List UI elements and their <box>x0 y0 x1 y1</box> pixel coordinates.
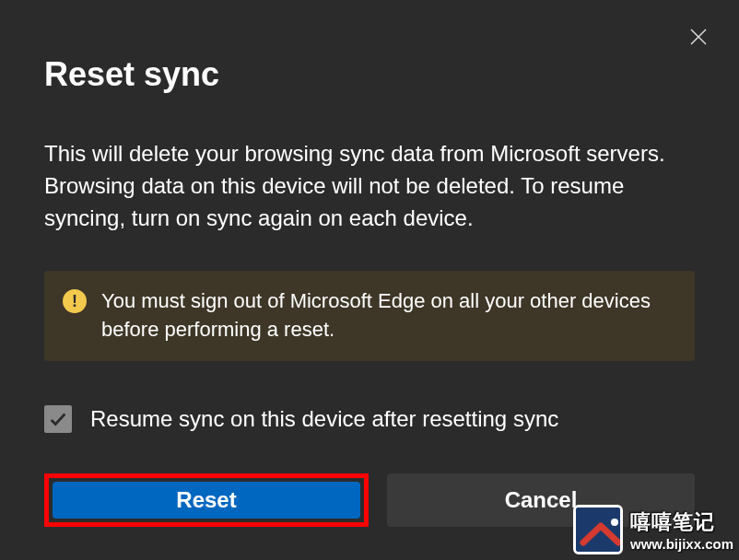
reset-sync-dialog: Reset sync This will delete your browsin… <box>0 0 739 560</box>
watermark-text: 嘻嘻笔记 www.bijixx.com <box>630 508 733 552</box>
resume-sync-checkbox[interactable] <box>44 405 72 433</box>
dialog-description: This will delete your browsing sync data… <box>44 138 695 234</box>
watermark-logo-icon <box>573 505 623 554</box>
resume-sync-option: Resume sync on this device after resetti… <box>44 405 695 433</box>
watermark: 嘻嘻笔记 www.bijixx.com <box>573 505 733 554</box>
resume-sync-label: Resume sync on this device after resetti… <box>90 406 558 432</box>
svg-point-3 <box>611 519 618 526</box>
reset-button[interactable]: Reset <box>53 482 360 519</box>
watermark-line2: www.bijixx.com <box>630 536 733 552</box>
checkmark-icon <box>48 409 68 429</box>
close-icon <box>687 26 710 48</box>
info-box: ! You must sign out of Microsoft Edge on… <box>44 271 695 361</box>
reset-button-highlight: Reset <box>44 473 369 527</box>
close-button[interactable] <box>684 22 713 52</box>
dialog-title: Reset sync <box>44 55 695 94</box>
warning-icon: ! <box>63 289 87 313</box>
watermark-line1: 嘻嘻笔记 <box>630 508 715 536</box>
info-message: You must sign out of Microsoft Edge on a… <box>101 287 676 344</box>
